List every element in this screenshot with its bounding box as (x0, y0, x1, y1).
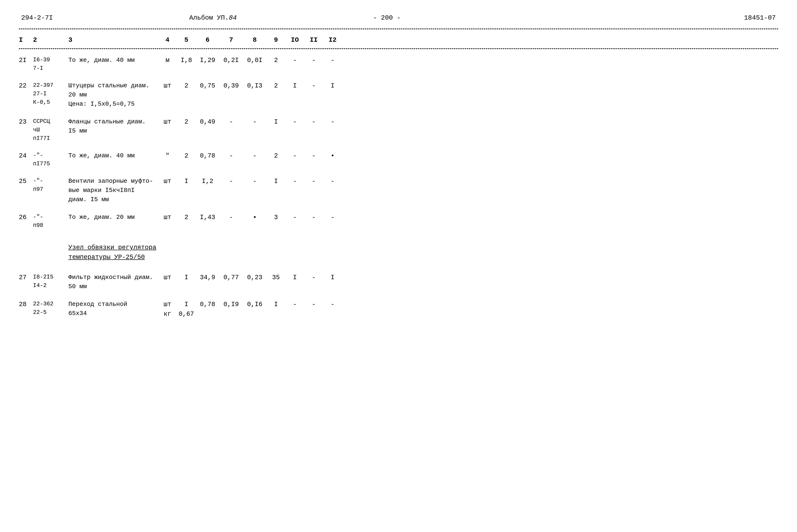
row-col9: 35 (267, 273, 285, 283)
row-col6: I,2 (196, 177, 220, 186)
row-col11: - (304, 81, 323, 91)
section-title: Узел обвязки регуляторатемпературы УР-25… (69, 238, 342, 264)
row-col8: 0,I3 (243, 81, 267, 91)
row-col6: 0,49 (196, 117, 220, 127)
table-row: 23ССРСЦ чШ пI77IФланцы стальные диам. I5… (19, 113, 778, 147)
row-col12: - (323, 213, 342, 222)
row-col10: - (285, 213, 304, 222)
col-header-9: 9 (267, 36, 285, 44)
row-ref: 22-362 22-5 (33, 300, 69, 317)
row-ref: -"- п98 (33, 213, 69, 230)
row-num: 25 (19, 177, 33, 186)
row-num: 2I (19, 56, 33, 65)
row-desc: То же, диам. 40 мм (69, 151, 158, 160)
row-desc: Вентили запорные муфто- вые марки I5кчI8… (69, 177, 158, 204)
row-col6: 0,78 (196, 151, 220, 161)
row-col11: - (304, 56, 323, 65)
table-row: 25-"- п97Вентили запорные муфто- вые мар… (19, 172, 778, 208)
row-col12: I (323, 81, 342, 91)
row-col10: - (285, 56, 304, 65)
row-ref: -"- пI775 (33, 151, 69, 168)
row-col5: I (177, 177, 196, 186)
table-row: 26-"- п98То же, диам. 20 ммшт2I,43-•3--- (19, 208, 778, 234)
row-col11: - (304, 177, 323, 186)
row-col5: 2 (177, 81, 196, 91)
row-col12: - (323, 56, 342, 65)
col-header-6: 6 (196, 36, 220, 44)
row-ref: -"- п97 (33, 177, 69, 194)
row-unit: шт (158, 273, 177, 283)
row-col7: - (220, 213, 243, 222)
table-row: 24-"- пI775То же, диам. 40 мм"20,78--2--… (19, 147, 778, 172)
row-col8: - (243, 117, 267, 127)
row-col12: • (323, 151, 342, 161)
col-header-10: IO (285, 36, 304, 44)
row-num: 27 (19, 273, 33, 283)
row-col11: - (304, 300, 323, 309)
row-col7: - (220, 117, 243, 127)
row-col10: - (285, 117, 304, 127)
row-col9: I (267, 177, 285, 186)
row-col5: 2 (177, 151, 196, 161)
row-desc: То же, диам. 20 мм (69, 213, 158, 222)
row-col7: 0,77 (220, 273, 243, 283)
row-col11: - (304, 213, 323, 222)
col-header-3: 3 (69, 36, 158, 44)
column-headers: I 2 3 4 5 6 7 8 9 IO II I2 (19, 32, 778, 49)
row-col8: 0,23 (243, 273, 267, 283)
table-row: 2II6-39 7-IТо же, диам. 40 мммI,8I,290,2… (19, 52, 778, 77)
row-col12: I (323, 273, 342, 283)
row-col10: I (285, 273, 304, 283)
table-row: 2822-362 22-5Переход стальной 65х34шт кг… (19, 296, 778, 323)
row-col8: 0,0I (243, 56, 267, 65)
row-num: 24 (19, 151, 33, 161)
row-col6: 0,78 (196, 300, 220, 309)
col-header-4: 4 (158, 36, 177, 44)
row-num: 28 (19, 300, 33, 309)
col-header-1: I (19, 36, 33, 44)
row-col11: - (304, 117, 323, 127)
row-unit: м (158, 56, 177, 65)
doc-id: 18451-07 (744, 14, 776, 21)
row-col9: 2 (267, 56, 285, 65)
row-col8: 0,I6 (243, 300, 267, 309)
col-header-5: 5 (177, 36, 196, 44)
row-col7: 0,39 (220, 81, 243, 91)
row-col10: - (285, 300, 304, 309)
row-col6: 34,9 (196, 273, 220, 283)
row-col5: I,8 (177, 56, 196, 65)
row-col6: I,29 (196, 56, 220, 65)
row-ref: 22-397 27-I К-0,5 (33, 81, 69, 107)
page-header: 294-2-7I Альбом УП.84 - 200 - 18451-07 (19, 14, 778, 21)
row-col8: - (243, 151, 267, 161)
col-header-2: 2 (33, 36, 69, 44)
row-desc: То же, диам. 40 мм (69, 56, 158, 65)
row-col12: - (323, 117, 342, 127)
col-header-7: 7 (220, 36, 243, 44)
row-col8: • (243, 213, 267, 222)
table-row: 2222-397 27-I К-0,5Штуцеры стальные диам… (19, 77, 778, 113)
row-col9: I (267, 117, 285, 127)
row-num: 23 (19, 117, 33, 127)
row-ref: I8-2I5 I4-2 (33, 273, 69, 290)
page-number: - 200 - (373, 14, 401, 21)
album-label: Альбом УП.84 (189, 14, 237, 21)
col-header-8: 8 (243, 36, 267, 44)
col-header-12: I2 (323, 36, 342, 44)
row-desc: Фильтр жидкостный диам. 50 мм (69, 273, 158, 291)
row-unit: шт (158, 81, 177, 91)
row-col7: 0,2I (220, 56, 243, 65)
row-col11: - (304, 273, 323, 283)
row-num: 22 (19, 81, 33, 91)
row-col10: - (285, 151, 304, 161)
row-col9: I (267, 300, 285, 309)
row-col5: 2 (177, 213, 196, 222)
row-col6: 0,75 (196, 81, 220, 91)
row-col12: - (323, 177, 342, 186)
row-col5: 2 (177, 117, 196, 127)
row-unit: шт (158, 117, 177, 127)
row-col5: I 0,67 (177, 300, 196, 319)
row-col5: I (177, 273, 196, 283)
row-col7: - (220, 177, 243, 186)
row-col9: 2 (267, 81, 285, 91)
